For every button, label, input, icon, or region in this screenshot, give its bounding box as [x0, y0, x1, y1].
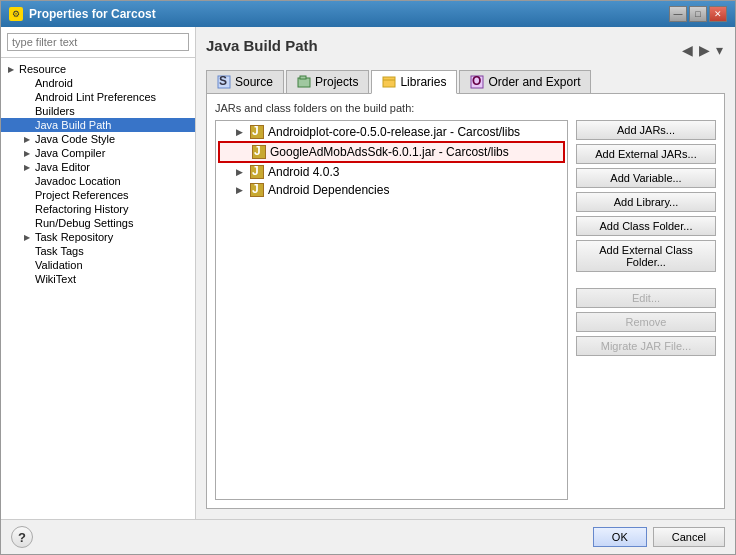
sidebar-item-label-refactoring-history: Refactoring History [35, 203, 129, 215]
jars-label: JARs and class folders on the build path… [215, 102, 716, 114]
sidebar-item-label-project-references: Project References [35, 189, 129, 201]
sidebar-item-task-repository[interactable]: ▶Task Repository [1, 230, 195, 244]
expand-arrow-android-deps: ▶ [236, 185, 248, 195]
jar-label-android-deps: Android Dependencies [268, 183, 389, 197]
svg-text:J: J [252, 166, 259, 178]
button-separator [576, 276, 716, 284]
sidebar-item-label-android-lint: Android Lint Preferences [35, 91, 156, 103]
add-external-class-folder-button[interactable]: Add External Class Folder... [576, 240, 716, 272]
sidebar-item-java-editor[interactable]: ▶Java Editor [1, 160, 195, 174]
ok-button[interactable]: OK [593, 527, 647, 547]
sidebar-item-java-code-style[interactable]: ▶Java Code Style [1, 132, 195, 146]
tab-label-source: Source [235, 75, 273, 89]
sidebar-item-label-run-debug: Run/Debug Settings [35, 217, 133, 229]
left-panel: ▶ResourceAndroidAndroid Lint Preferences… [1, 27, 196, 519]
window-icon: ⚙ [9, 7, 23, 21]
close-button[interactable]: ✕ [709, 6, 727, 22]
tab-label-libraries: Libraries [400, 75, 446, 89]
libraries-tab-icon [382, 75, 396, 89]
tree-list: ▶ResourceAndroidAndroid Lint Preferences… [1, 58, 195, 519]
sidebar-item-label-java-code-style: Java Code Style [35, 133, 115, 145]
jar-label-androidplot: Androidplot-core-0.5.0-release.jar - Car… [268, 125, 520, 139]
jar-icon-android-deps: J [250, 183, 264, 197]
jar-item-googleadmob[interactable]: JGoogleAdMobAdsSdk-6.0.1.jar - Carcost/l… [218, 141, 565, 163]
migrate-jar-button: Migrate JAR File... [576, 336, 716, 356]
nav-arrows: ◀ ▶ ▾ [680, 42, 725, 58]
expand-arrow-android403: ▶ [236, 167, 248, 177]
title-bar-buttons: — □ ✕ [669, 6, 727, 22]
sidebar-item-android-lint[interactable]: Android Lint Preferences [1, 90, 195, 104]
sidebar-item-label-java-compiler: Java Compiler [35, 147, 105, 159]
jar-item-android403[interactable]: ▶JAndroid 4.0.3 [218, 163, 565, 181]
filter-box [1, 27, 195, 58]
edit-button: Edit... [576, 288, 716, 308]
add-jars-button[interactable]: Add JARs... [576, 120, 716, 140]
projects-tab-icon [297, 75, 311, 89]
bottom-bar: ? OK Cancel [1, 519, 735, 554]
filter-input[interactable] [7, 33, 189, 51]
tab-order-export[interactable]: OOrder and Export [459, 70, 591, 93]
jar-icon-androidplot: J [250, 125, 264, 139]
tab-projects[interactable]: Projects [286, 70, 369, 93]
add-class-folder-button[interactable]: Add Class Folder... [576, 216, 716, 236]
back-button[interactable]: ◀ [680, 42, 695, 58]
sidebar-item-label-task-repository: Task Repository [35, 231, 113, 243]
sidebar-item-java-build-path[interactable]: Java Build Path [1, 118, 195, 132]
tab-bar: SSourceProjectsLibrariesOOrder and Expor… [206, 70, 725, 94]
sidebar-item-label-java-editor: Java Editor [35, 161, 90, 173]
tab-label-order-export: Order and Export [488, 75, 580, 89]
main-content: JARs and class folders on the build path… [206, 94, 725, 509]
sidebar-item-validation[interactable]: Validation [1, 258, 195, 272]
add-external-jars-button[interactable]: Add External JARs... [576, 144, 716, 164]
sidebar-item-refactoring-history[interactable]: Refactoring History [1, 202, 195, 216]
svg-text:J: J [254, 146, 261, 158]
minimize-button[interactable]: — [669, 6, 687, 22]
add-variable-button[interactable]: Add Variable... [576, 168, 716, 188]
jar-icon-googleadmob: J [252, 145, 266, 159]
cancel-button[interactable]: Cancel [653, 527, 725, 547]
sidebar-item-label-javadoc-location: Javadoc Location [35, 175, 121, 187]
sidebar-item-task-tags[interactable]: Task Tags [1, 244, 195, 258]
expand-arrow-androidplot: ▶ [236, 127, 248, 137]
nav-dropdown-button[interactable]: ▾ [714, 42, 725, 58]
sidebar-item-project-references[interactable]: Project References [1, 188, 195, 202]
svg-text:S: S [219, 75, 227, 88]
svg-rect-4 [383, 77, 395, 87]
svg-text:J: J [252, 184, 259, 196]
title-bar: ⚙ Properties for Carcost — □ ✕ [1, 1, 735, 27]
main-window: ⚙ Properties for Carcost — □ ✕ ▶Resource… [0, 0, 736, 555]
tab-libraries[interactable]: Libraries [371, 70, 457, 94]
sidebar-item-label-android: Android [35, 77, 73, 89]
maximize-button[interactable]: □ [689, 6, 707, 22]
panel-title: Java Build Path [206, 37, 318, 54]
svg-rect-3 [300, 76, 306, 79]
jar-label-googleadmob: GoogleAdMobAdsSdk-6.0.1.jar - Carcost/li… [270, 145, 509, 159]
sidebar-item-builders[interactable]: Builders [1, 104, 195, 118]
sidebar-item-resource[interactable]: ▶Resource [1, 62, 195, 76]
sidebar-item-label-validation: Validation [35, 259, 83, 271]
sidebar-item-run-debug[interactable]: Run/Debug Settings [1, 216, 195, 230]
sidebar-item-label-resource: Resource [19, 63, 66, 75]
jar-label-android403: Android 4.0.3 [268, 165, 339, 179]
sidebar-item-label-java-build-path: Java Build Path [35, 119, 111, 131]
forward-button[interactable]: ▶ [697, 42, 712, 58]
jar-item-androidplot[interactable]: ▶JAndroidplot-core-0.5.0-release.jar - C… [218, 123, 565, 141]
tab-label-projects: Projects [315, 75, 358, 89]
content-row: ▶JAndroidplot-core-0.5.0-release.jar - C… [215, 120, 716, 500]
sidebar-item-android[interactable]: Android [1, 76, 195, 90]
sidebar-item-label-builders: Builders [35, 105, 75, 117]
remove-button: Remove [576, 312, 716, 332]
jar-list: ▶JAndroidplot-core-0.5.0-release.jar - C… [215, 120, 568, 500]
svg-text:O: O [472, 75, 481, 88]
sidebar-item-javadoc-location[interactable]: Javadoc Location [1, 174, 195, 188]
help-button[interactable]: ? [11, 526, 33, 548]
sidebar-item-wikitext[interactable]: WikiText [1, 272, 195, 286]
right-panel: Java Build Path ◀ ▶ ▾ SSourceProjectsLib… [196, 27, 735, 519]
jar-item-android-deps[interactable]: ▶JAndroid Dependencies [218, 181, 565, 199]
content-area: ▶ResourceAndroidAndroid Lint Preferences… [1, 27, 735, 519]
sidebar-item-label-wikitext: WikiText [35, 273, 76, 285]
tab-source[interactable]: SSource [206, 70, 284, 93]
sidebar-item-java-compiler[interactable]: ▶Java Compiler [1, 146, 195, 160]
add-library-button[interactable]: Add Library... [576, 192, 716, 212]
sidebar-item-label-task-tags: Task Tags [35, 245, 84, 257]
